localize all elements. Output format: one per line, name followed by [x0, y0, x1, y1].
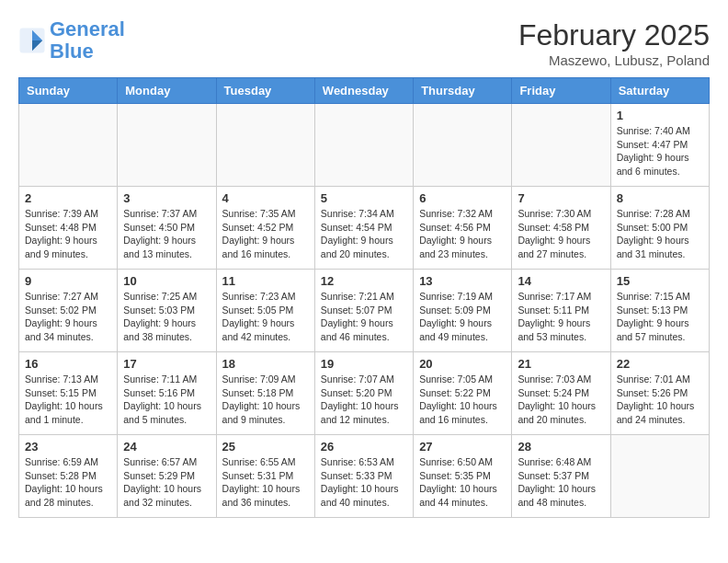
day-cell: 19Sunrise: 7:07 AM Sunset: 5:20 PM Dayli… [314, 352, 413, 435]
day-info: Sunrise: 7:11 AM Sunset: 5:16 PM Dayligh… [123, 373, 210, 427]
day-info: Sunrise: 7:27 AM Sunset: 5:02 PM Dayligh… [25, 290, 111, 344]
day-info: Sunrise: 7:23 AM Sunset: 5:05 PM Dayligh… [222, 290, 309, 344]
day-cell: 9Sunrise: 7:27 AM Sunset: 5:02 PM Daylig… [19, 270, 118, 352]
weekday-header-wednesday: Wednesday [314, 78, 413, 104]
day-cell: 6Sunrise: 7:32 AM Sunset: 4:56 PM Daylig… [414, 187, 512, 270]
day-number: 15 [617, 274, 703, 288]
day-number: 16 [25, 357, 111, 371]
day-info: Sunrise: 6:55 AM Sunset: 5:31 PM Dayligh… [222, 455, 309, 510]
day-number: 11 [222, 274, 309, 288]
day-info: Sunrise: 7:03 AM Sunset: 5:24 PM Dayligh… [518, 373, 604, 427]
day-info: Sunrise: 7:25 AM Sunset: 5:03 PM Dayligh… [123, 290, 210, 344]
day-cell: 1Sunrise: 7:40 AM Sunset: 4:47 PM Daylig… [610, 104, 709, 187]
day-info: Sunrise: 7:15 AM Sunset: 5:13 PM Dayligh… [617, 290, 703, 344]
week-row-5: 23Sunrise: 6:59 AM Sunset: 5:28 PM Dayli… [19, 435, 710, 518]
day-number: 14 [518, 274, 604, 288]
day-cell [314, 104, 413, 187]
day-cell: 11Sunrise: 7:23 AM Sunset: 5:05 PM Dayli… [216, 270, 314, 352]
day-number: 27 [419, 440, 506, 454]
day-cell [512, 104, 610, 187]
day-number: 19 [321, 357, 407, 371]
day-cell: 7Sunrise: 7:30 AM Sunset: 4:58 PM Daylig… [512, 187, 610, 270]
day-number: 24 [123, 440, 210, 454]
day-number: 3 [123, 191, 210, 205]
day-info: Sunrise: 6:57 AM Sunset: 5:29 PM Dayligh… [123, 455, 210, 510]
day-cell [118, 104, 216, 187]
day-cell: 13Sunrise: 7:19 AM Sunset: 5:09 PM Dayli… [414, 270, 512, 352]
day-cell [414, 104, 512, 187]
day-cell: 15Sunrise: 7:15 AM Sunset: 5:13 PM Dayli… [610, 270, 709, 352]
day-number: 6 [419, 191, 506, 205]
logo: General Blue [18, 18, 125, 63]
day-number: 2 [25, 191, 111, 205]
day-info: Sunrise: 6:48 AM Sunset: 5:37 PM Dayligh… [518, 455, 604, 510]
day-cell [216, 104, 314, 187]
day-cell: 8Sunrise: 7:28 AM Sunset: 5:00 PM Daylig… [610, 187, 709, 270]
day-number: 26 [321, 440, 407, 454]
day-number: 21 [518, 357, 604, 371]
day-cell: 14Sunrise: 7:17 AM Sunset: 5:11 PM Dayli… [512, 270, 610, 352]
day-cell: 21Sunrise: 7:03 AM Sunset: 5:24 PM Dayli… [512, 352, 610, 435]
day-number: 10 [123, 274, 210, 288]
week-row-4: 16Sunrise: 7:13 AM Sunset: 5:15 PM Dayli… [19, 352, 710, 435]
day-cell: 16Sunrise: 7:13 AM Sunset: 5:15 PM Dayli… [19, 352, 118, 435]
day-cell: 2Sunrise: 7:39 AM Sunset: 4:48 PM Daylig… [19, 187, 118, 270]
day-cell: 28Sunrise: 6:48 AM Sunset: 5:37 PM Dayli… [512, 435, 610, 518]
day-number: 9 [25, 274, 111, 288]
calendar-table: SundayMondayTuesdayWednesdayThursdayFrid… [18, 77, 710, 518]
title-block: February 2025 Maszewo, Lubusz, Poland [518, 18, 710, 68]
day-info: Sunrise: 7:21 AM Sunset: 5:07 PM Dayligh… [321, 290, 407, 344]
day-info: Sunrise: 7:32 AM Sunset: 4:56 PM Dayligh… [419, 207, 506, 261]
weekday-header-thursday: Thursday [414, 78, 512, 104]
location-subtitle: Maszewo, Lubusz, Poland [518, 52, 710, 68]
day-number: 1 [617, 109, 703, 122]
day-number: 13 [419, 274, 506, 288]
day-cell: 5Sunrise: 7:34 AM Sunset: 4:54 PM Daylig… [314, 187, 413, 270]
week-row-3: 9Sunrise: 7:27 AM Sunset: 5:02 PM Daylig… [19, 270, 710, 352]
day-number: 5 [321, 191, 407, 205]
week-row-2: 2Sunrise: 7:39 AM Sunset: 4:48 PM Daylig… [19, 187, 710, 270]
day-number: 7 [518, 191, 604, 205]
day-info: Sunrise: 7:40 AM Sunset: 4:47 PM Dayligh… [617, 124, 703, 178]
weekday-header-friday: Friday [512, 78, 610, 104]
day-info: Sunrise: 7:39 AM Sunset: 4:48 PM Dayligh… [25, 207, 111, 261]
day-info: Sunrise: 7:13 AM Sunset: 5:15 PM Dayligh… [25, 373, 111, 427]
day-cell [19, 104, 118, 187]
day-cell: 26Sunrise: 6:53 AM Sunset: 5:33 PM Dayli… [314, 435, 413, 518]
day-cell: 20Sunrise: 7:05 AM Sunset: 5:22 PM Dayli… [414, 352, 512, 435]
page-header: General Blue February 2025 Maszewo, Lubu… [18, 18, 710, 68]
day-info: Sunrise: 6:59 AM Sunset: 5:28 PM Dayligh… [25, 455, 111, 510]
day-number: 12 [321, 274, 407, 288]
day-info: Sunrise: 7:37 AM Sunset: 4:50 PM Dayligh… [123, 207, 210, 261]
day-info: Sunrise: 7:01 AM Sunset: 5:26 PM Dayligh… [617, 373, 703, 427]
day-number: 17 [123, 357, 210, 371]
weekday-header-monday: Monday [118, 78, 216, 104]
day-number: 20 [419, 357, 506, 371]
weekday-header-sunday: Sunday [19, 78, 118, 104]
day-cell: 23Sunrise: 6:59 AM Sunset: 5:28 PM Dayli… [19, 435, 118, 518]
day-info: Sunrise: 6:50 AM Sunset: 5:35 PM Dayligh… [419, 455, 506, 510]
day-cell: 24Sunrise: 6:57 AM Sunset: 5:29 PM Dayli… [118, 435, 216, 518]
day-cell [610, 435, 709, 518]
week-row-1: 1Sunrise: 7:40 AM Sunset: 4:47 PM Daylig… [19, 104, 710, 187]
day-number: 28 [518, 440, 604, 454]
weekday-header-tuesday: Tuesday [216, 78, 314, 104]
day-info: Sunrise: 7:34 AM Sunset: 4:54 PM Dayligh… [321, 207, 407, 261]
day-cell: 3Sunrise: 7:37 AM Sunset: 4:50 PM Daylig… [118, 187, 216, 270]
day-cell: 12Sunrise: 7:21 AM Sunset: 5:07 PM Dayli… [314, 270, 413, 352]
logo-text: General Blue [50, 18, 125, 63]
day-info: Sunrise: 7:05 AM Sunset: 5:22 PM Dayligh… [419, 373, 506, 427]
day-info: Sunrise: 7:17 AM Sunset: 5:11 PM Dayligh… [518, 290, 604, 344]
weekday-header-row: SundayMondayTuesdayWednesdayThursdayFrid… [19, 78, 710, 104]
day-number: 8 [617, 191, 703, 205]
day-info: Sunrise: 7:30 AM Sunset: 4:58 PM Dayligh… [518, 207, 604, 261]
weekday-header-saturday: Saturday [610, 78, 709, 104]
day-cell: 27Sunrise: 6:50 AM Sunset: 5:35 PM Dayli… [414, 435, 512, 518]
day-cell: 25Sunrise: 6:55 AM Sunset: 5:31 PM Dayli… [216, 435, 314, 518]
day-info: Sunrise: 7:19 AM Sunset: 5:09 PM Dayligh… [419, 290, 506, 344]
day-info: Sunrise: 6:53 AM Sunset: 5:33 PM Dayligh… [321, 455, 407, 510]
month-title: February 2025 [518, 18, 710, 52]
day-info: Sunrise: 7:09 AM Sunset: 5:18 PM Dayligh… [222, 373, 309, 427]
day-info: Sunrise: 7:35 AM Sunset: 4:52 PM Dayligh… [222, 207, 309, 261]
day-number: 25 [222, 440, 309, 454]
